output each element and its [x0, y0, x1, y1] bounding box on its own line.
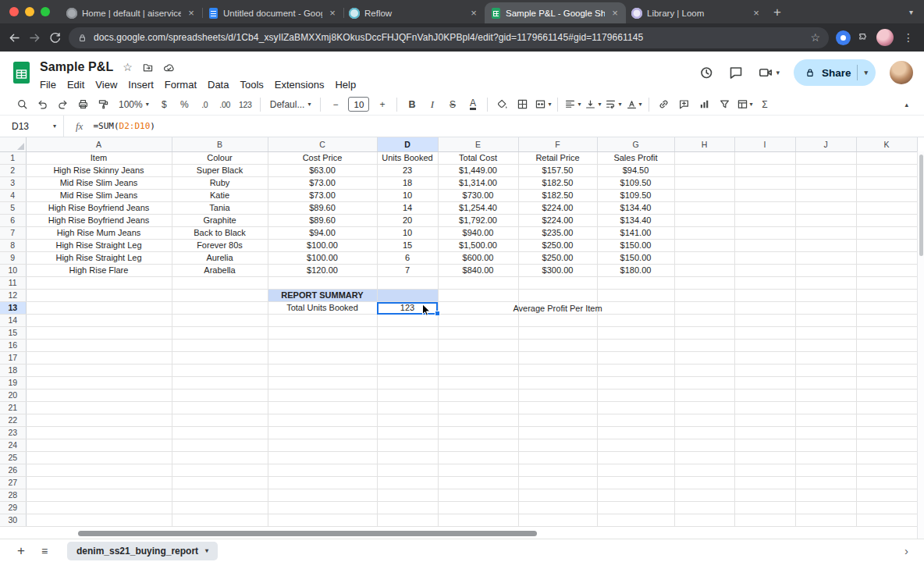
cell-I20[interactable] [734, 389, 795, 402]
row-header-26[interactable]: 26 [0, 464, 26, 477]
cell-B10[interactable]: Arabella [172, 265, 268, 277]
cell-H16[interactable] [674, 340, 734, 352]
cell-F25[interactable] [518, 452, 597, 464]
cell-J27[interactable] [795, 477, 856, 489]
cell-H22[interactable] [674, 414, 734, 427]
cell-G9[interactable]: $150.00 [597, 252, 674, 265]
browser-tab-home[interactable]: Home | default | aiservice-pro × [61, 2, 202, 23]
cell-A23[interactable] [26, 427, 172, 439]
row-header-23[interactable]: 23 [0, 427, 26, 439]
sheets-logo[interactable] [12, 61, 30, 84]
browser-tab-sheets-active[interactable]: Sample P&L - Google Sheets × [485, 2, 626, 23]
row-header-29[interactable]: 29 [0, 502, 26, 514]
cell-F10[interactable]: $300.00 [518, 265, 597, 277]
name-box-chevron-icon[interactable]: ▾ [53, 123, 56, 130]
account-avatar[interactable] [890, 61, 913, 84]
cell-F7[interactable]: $235.00 [518, 227, 597, 240]
cell-G15[interactable] [597, 327, 674, 340]
cell-D2[interactable]: 23 [377, 165, 438, 177]
cell-G25[interactable] [597, 452, 674, 464]
extension-icon[interactable] [836, 30, 851, 45]
cell-K18[interactable] [856, 365, 917, 377]
cell-K30[interactable] [856, 514, 917, 527]
table-views-button[interactable]: ▾ [735, 95, 755, 114]
row-header-28[interactable]: 28 [0, 489, 26, 502]
cell-A3[interactable]: Mid Rise Slim Jeans [26, 177, 172, 190]
row-header-3[interactable]: 3 [0, 177, 26, 190]
row-header-16[interactable]: 16 [0, 340, 26, 352]
cell-G18[interactable] [597, 365, 674, 377]
cell-K26[interactable] [856, 464, 917, 477]
cell-G11[interactable] [597, 277, 674, 290]
column-header-K[interactable]: K [856, 137, 917, 152]
cell-K7[interactable] [856, 227, 917, 240]
cell-D30[interactable] [377, 514, 438, 527]
cell-F1[interactable]: Retail Price [518, 152, 597, 165]
cell-E6[interactable]: $1,792.00 [438, 215, 518, 227]
row-header-7[interactable]: 7 [0, 227, 26, 240]
row-header-24[interactable]: 24 [0, 439, 26, 452]
menu-data[interactable]: Data [202, 77, 234, 92]
cell-E2[interactable]: $1,449.00 [438, 165, 518, 177]
cell-I25[interactable] [734, 452, 795, 464]
cell-C30[interactable] [268, 514, 377, 527]
create-filter-button[interactable] [715, 95, 734, 114]
cell-A19[interactable] [26, 377, 172, 389]
cell-A2[interactable]: High Rise Skinny Jeans [26, 165, 172, 177]
cell-B27[interactable] [172, 477, 268, 489]
cell-B1[interactable]: Colour [172, 152, 268, 165]
cell-C25[interactable] [268, 452, 377, 464]
cell-C8[interactable]: $100.00 [268, 240, 377, 252]
cell-E5[interactable]: $1,254.40 [438, 202, 518, 215]
cell-H9[interactable] [674, 252, 734, 265]
cell-C15[interactable] [268, 327, 377, 340]
column-header-E[interactable]: E [438, 137, 518, 152]
cell-A17[interactable] [26, 352, 172, 365]
cell-B29[interactable] [172, 502, 268, 514]
cell-H11[interactable] [674, 277, 734, 290]
cell-D23[interactable] [377, 427, 438, 439]
cell-D1[interactable]: Units Booked [377, 152, 438, 165]
cell-B13[interactable] [172, 302, 268, 315]
cell-H30[interactable] [674, 514, 734, 527]
scroll-sheets-right-icon[interactable]: › [904, 544, 913, 557]
undo-button[interactable] [33, 95, 52, 114]
cell-E16[interactable] [438, 340, 518, 352]
cell-F6[interactable]: $224.00 [518, 215, 597, 227]
cell-C13[interactable]: Total Units Booked [268, 302, 377, 315]
select-all-corner[interactable] [0, 137, 26, 152]
cell-D27[interactable] [377, 477, 438, 489]
cell-G3[interactable]: $109.50 [597, 177, 674, 190]
cell-K14[interactable] [856, 315, 917, 327]
cell-G8[interactable]: $150.00 [597, 240, 674, 252]
cell-H7[interactable] [674, 227, 734, 240]
cell-A22[interactable] [26, 414, 172, 427]
row-header-22[interactable]: 22 [0, 414, 26, 427]
cell-E22[interactable] [438, 414, 518, 427]
cell-B20[interactable] [172, 389, 268, 402]
browser-menu-kebab-icon[interactable]: ⋮ [901, 31, 916, 44]
move-to-folder-icon[interactable] [142, 62, 154, 73]
functions-button[interactable]: Σ [755, 95, 775, 114]
column-header-F[interactable]: F [518, 137, 597, 152]
browser-profile-avatar[interactable] [876, 29, 894, 46]
cell-I3[interactable] [734, 177, 795, 190]
cell-K27[interactable] [856, 477, 917, 489]
cell-A1[interactable]: Item [26, 152, 172, 165]
cell-B6[interactable]: Graphite [172, 215, 268, 227]
cell-B11[interactable] [172, 277, 268, 290]
cell-I24[interactable] [734, 439, 795, 452]
cell-A8[interactable]: High Rise Straight Leg [26, 240, 172, 252]
cell-E7[interactable]: $940.00 [438, 227, 518, 240]
cell-F21[interactable] [518, 402, 597, 414]
cell-F8[interactable]: $250.00 [518, 240, 597, 252]
cell-A13[interactable] [26, 302, 172, 315]
insert-comment-button[interactable] [674, 95, 694, 114]
column-header-G[interactable]: G [597, 137, 674, 152]
cell-A12[interactable] [26, 290, 172, 302]
cell-G24[interactable] [597, 439, 674, 452]
cell-J17[interactable] [795, 352, 856, 365]
cell-C27[interactable] [268, 477, 377, 489]
toolbar-search-button[interactable] [12, 95, 32, 114]
column-header-B[interactable]: B [172, 137, 268, 152]
